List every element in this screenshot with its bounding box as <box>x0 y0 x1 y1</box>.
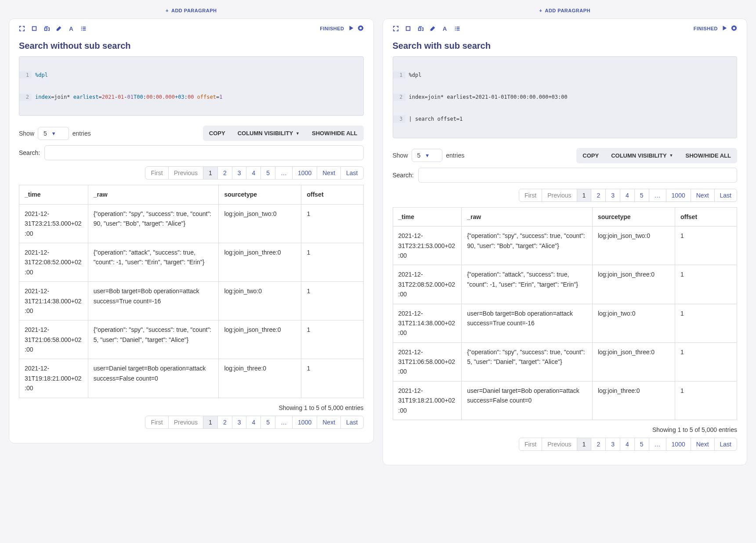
page-number[interactable]: 1000 <box>666 438 691 451</box>
page-next[interactable]: Next <box>317 166 341 180</box>
show-hide-all-button[interactable]: SHOW/HIDE ALL <box>679 148 737 163</box>
page-last[interactable]: Last <box>340 416 363 429</box>
cell-toolbar: A FINISHED <box>14 25 368 36</box>
pagination-bottom: FirstPrevious12345…1000NextLast <box>19 416 364 429</box>
page-number[interactable]: 4 <box>246 166 261 180</box>
code-editor-right[interactable]: 1%dpl 2index=join* earliest=2021-01-01T0… <box>393 56 738 138</box>
page-next[interactable]: Next <box>317 416 341 429</box>
gear-icon[interactable] <box>731 25 737 32</box>
table-cell: 2021-12-31T19:18:21.000+02:00 <box>19 359 88 398</box>
page-number[interactable]: 1000 <box>292 166 317 180</box>
toolbar-status: FINISHED <box>320 25 363 32</box>
page-next[interactable]: Next <box>691 438 715 451</box>
play-icon[interactable] <box>348 25 354 32</box>
show-hide-all-button[interactable]: SHOW/HIDE ALL <box>306 126 364 141</box>
page-number[interactable]: 4 <box>620 189 635 202</box>
copy-button[interactable]: COPY <box>576 148 605 163</box>
page-number[interactable]: … <box>275 416 293 429</box>
column-visibility-button[interactable]: COLUMN VISIBILITY▼ <box>605 148 679 163</box>
copy-icon[interactable] <box>417 25 423 32</box>
column-header[interactable]: _time <box>19 185 88 204</box>
table-cell: user=Daniel target=Bob operation=attack … <box>462 381 593 420</box>
page-number[interactable]: 1 <box>577 189 592 202</box>
page-last[interactable]: Last <box>340 166 363 180</box>
column-header[interactable]: _raw <box>88 185 219 204</box>
page-previous[interactable]: Previous <box>542 189 577 202</box>
page-number[interactable]: 1 <box>203 166 218 180</box>
column-header[interactable]: offset <box>675 207 737 226</box>
line-number: 3 <box>393 115 405 123</box>
play-icon[interactable] <box>721 25 727 32</box>
page-number[interactable]: 2 <box>217 166 232 180</box>
page-number[interactable]: 4 <box>620 438 635 451</box>
table-cell: {"operation": "spy", "success": true, "c… <box>462 227 593 265</box>
add-paragraph-button[interactable]: + ADD PARAGRAPH <box>9 4 374 18</box>
page-number[interactable]: 5 <box>260 166 275 180</box>
table-cell: 2021-12-31T22:08:52.000+02:00 <box>393 265 462 304</box>
table-row: 2021-12-31T21:06:58.000+02:00{"operation… <box>393 342 737 381</box>
page-number[interactable]: 5 <box>634 438 649 451</box>
page-last[interactable]: Last <box>714 189 737 202</box>
page-number[interactable]: 1 <box>577 438 592 451</box>
page-first[interactable]: First <box>145 166 168 180</box>
search-input[interactable] <box>418 168 737 183</box>
page-number[interactable]: 2 <box>591 189 606 202</box>
page-number[interactable]: 1000 <box>292 416 317 429</box>
page-next[interactable]: Next <box>691 189 715 202</box>
page-number[interactable]: 5 <box>260 416 275 429</box>
column-header[interactable]: sourcetype <box>219 185 301 204</box>
page-number[interactable]: 1000 <box>666 189 691 202</box>
page-number[interactable]: 4 <box>246 416 261 429</box>
eraser-icon[interactable] <box>56 25 62 32</box>
table-cell: log:join_json_three:0 <box>219 243 301 281</box>
page-number[interactable]: 2 <box>217 416 232 429</box>
expand-icon[interactable] <box>393 25 399 32</box>
page-first[interactable]: First <box>519 189 542 202</box>
column-header[interactable]: _time <box>393 207 462 226</box>
page-number[interactable]: … <box>649 189 666 202</box>
add-paragraph-button[interactable]: + ADD PARAGRAPH <box>383 4 748 18</box>
page-number[interactable]: 5 <box>634 189 649 202</box>
code-editor-left[interactable]: 1 %dpl 2 index=join* earliest=2021-01-01… <box>19 56 364 116</box>
page-size-select[interactable]: 5 ▼ <box>412 149 443 162</box>
table-cell: user=Bob target=Bob operation=attack suc… <box>88 282 219 320</box>
page-number[interactable]: … <box>275 166 293 180</box>
search-label: Search: <box>393 172 414 179</box>
copy-button[interactable]: COPY <box>203 126 232 141</box>
column-header[interactable]: _raw <box>462 207 593 226</box>
page-size-select[interactable]: 5 ▼ <box>38 127 69 140</box>
column-visibility-button[interactable]: COLUMN VISIBILITY▼ <box>232 126 306 141</box>
table-row: 2021-12-31T23:21:53.000+02:00{"operation… <box>19 204 364 243</box>
table-cell: 1 <box>675 265 737 304</box>
page-previous[interactable]: Previous <box>168 416 203 429</box>
column-header[interactable]: offset <box>301 185 363 204</box>
table-cell: 1 <box>301 359 363 398</box>
page-number[interactable]: 2 <box>591 438 606 451</box>
page-number[interactable]: 3 <box>232 416 247 429</box>
page-last[interactable]: Last <box>714 438 737 451</box>
table-row: 2021-12-31T22:08:52.000+02:00{"operation… <box>393 265 737 304</box>
book-icon[interactable] <box>405 25 411 32</box>
font-icon[interactable]: A <box>68 25 74 32</box>
page-number[interactable]: 3 <box>232 166 247 180</box>
page-number[interactable]: 3 <box>605 438 620 451</box>
page-number[interactable]: … <box>649 438 666 451</box>
column-header[interactable]: sourcetype <box>592 207 675 226</box>
copy-icon[interactable] <box>43 25 50 32</box>
list-icon[interactable] <box>80 25 87 32</box>
page-number[interactable]: 3 <box>605 189 620 202</box>
page-previous[interactable]: Previous <box>542 438 577 451</box>
page-number[interactable]: 1 <box>203 416 218 429</box>
eraser-icon[interactable] <box>430 25 436 32</box>
book-icon[interactable] <box>31 25 37 32</box>
gear-icon[interactable] <box>358 25 364 32</box>
page-first[interactable]: First <box>519 438 542 451</box>
list-icon[interactable] <box>454 25 460 32</box>
expand-icon[interactable] <box>19 25 25 32</box>
font-icon[interactable]: A <box>442 25 448 32</box>
search-input[interactable] <box>44 145 363 160</box>
page-first[interactable]: First <box>145 416 168 429</box>
page-previous[interactable]: Previous <box>168 166 203 180</box>
line-number: 2 <box>393 93 405 101</box>
table-cell: 1 <box>301 204 363 243</box>
